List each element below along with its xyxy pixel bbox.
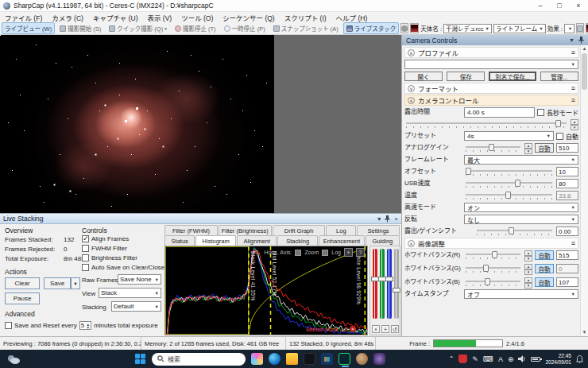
blue-channel-slider[interactable] <box>387 249 392 319</box>
astro-app-icon[interactable] <box>304 353 315 365</box>
colorful-app-icon[interactable] <box>251 353 263 365</box>
exposure-input[interactable]: 4.00 s <box>464 107 535 118</box>
align-frames-checkbox[interactable]: Align Frames <box>82 235 129 242</box>
network-icon[interactable]: ⊕ <box>508 355 514 363</box>
battery-icon[interactable] <box>531 357 540 362</box>
auto-stretch-icon[interactable]: ⚡ <box>344 248 353 257</box>
exposure-slider[interactable] <box>404 118 568 130</box>
tab-filter-fwhm[interactable]: Filter (FWHM) <box>164 225 218 235</box>
stop-capture-button[interactable]: 撮影停止 (T) <box>172 22 219 34</box>
section-menu-icon[interactable]: ≡ <box>571 239 575 247</box>
stretch-reset-icon[interactable]: × <box>350 326 356 332</box>
log-checkbox[interactable] <box>322 250 328 256</box>
wb-r-value[interactable]: 515 <box>556 250 578 260</box>
sharpcap-icon[interactable] <box>338 353 350 365</box>
live-stacking-titlebar[interactable]: Live Stacking ▾ × <box>0 214 401 224</box>
antivirus-shield-icon[interactable] <box>458 354 467 363</box>
reset-icon[interactable]: ↺ <box>391 325 399 333</box>
close-button[interactable]: × <box>569 0 588 11</box>
gain-value[interactable]: 510 <box>556 143 578 153</box>
section-menu-icon[interactable]: ≡ <box>571 96 575 104</box>
tab-stacking[interactable]: Stacking <box>277 235 318 246</box>
blue-slider-thumb[interactable] <box>385 277 393 281</box>
start-capture-button[interactable]: 撮影開始 (S) <box>56 22 104 34</box>
panel-menu-icon[interactable]: ▼ <box>569 37 574 43</box>
live-view-button[interactable]: ライブビュー (W) <box>2 22 55 34</box>
green-channel-slider[interactable] <box>380 249 385 319</box>
image-adjust-section-header[interactable]: ∧ 画像調整 ≡ <box>404 238 578 249</box>
help-icon[interactable]: ? <box>356 248 365 257</box>
preset-select[interactable]: 4s▼ <box>464 131 554 141</box>
section-menu-icon[interactable]: ≡ <box>571 84 575 92</box>
wb-g-slider[interactable] <box>464 263 522 274</box>
save-button[interactable]: Save <box>44 277 71 289</box>
stacking-select[interactable]: Default▼ <box>111 301 161 312</box>
exposure-gain-shift-slider[interactable] <box>475 226 554 237</box>
fine-adjust-icon[interactable]: + <box>381 325 389 333</box>
effects-select[interactable]: ▼ <box>564 24 574 33</box>
luma-slider-thumb[interactable] <box>393 288 400 292</box>
start-button[interactable] <box>135 354 146 365</box>
maximize-button[interactable]: □ <box>550 0 569 11</box>
profile-save-button[interactable]: 保存 <box>447 72 485 81</box>
pause-button[interactable]: 一時停止 (P) <box>221 22 269 34</box>
live-stack-button[interactable]: ライブスタック <box>343 22 400 34</box>
clock[interactable]: 22:452024/09/01 <box>545 353 571 366</box>
gain-auto-button[interactable]: 自動 <box>535 143 554 153</box>
object-name-select[interactable]: 干潟レデュrcc▼ <box>443 24 492 33</box>
histogram-plot[interactable]: Horiz. Axis: Zoom Log ⚡ ? Black Level 41… <box>164 246 368 335</box>
scroll-up-icon[interactable]: ▲ <box>581 45 588 52</box>
menu-sequencer[interactable]: シーケンサー (Q) <box>218 13 279 22</box>
notification-bell-icon[interactable] <box>576 355 583 363</box>
clear-button[interactable]: Clear <box>5 277 40 289</box>
auto-stretch-icon[interactable]: ⚡ <box>372 325 380 333</box>
menu-script[interactable]: スクリプト (I) <box>280 13 331 22</box>
view-select[interactable]: Stack▼ <box>99 288 161 298</box>
raw-frames-select[interactable]: Save None▼ <box>118 274 161 285</box>
tab-log[interactable]: Log <box>326 225 356 235</box>
red-channel-slider[interactable] <box>373 249 377 319</box>
gain-stepper[interactable]: ▲▼ <box>524 143 532 153</box>
camera-controls-header[interactable]: Camera Controls ▼ <box>402 35 588 45</box>
keyboard-icon[interactable]: ⌨ <box>483 355 493 363</box>
menu-capture[interactable]: キャプチャ (U) <box>88 13 143 22</box>
search-input[interactable]: 検索 <box>152 353 246 366</box>
tab-status[interactable]: Status <box>164 235 195 246</box>
quick-capture-button[interactable]: クイック撮影 (Q)▾ <box>106 22 170 34</box>
wb-g-stepper[interactable]: ▲▼ <box>524 264 532 274</box>
gain-slider[interactable] <box>464 142 522 153</box>
store-icon[interactable] <box>321 353 333 365</box>
tab-alignment[interactable]: Alignment <box>237 235 277 246</box>
profile-open-button[interactable]: 開く <box>404 72 443 81</box>
tab-filter-brightness[interactable]: Filter (Brightness) <box>219 225 272 235</box>
framerate-select[interactable]: 最大▼ <box>464 155 578 165</box>
tab-settings[interactable]: Settings <box>357 225 400 235</box>
weather-icon[interactable] <box>6 354 21 365</box>
usb-speed-value[interactable]: 80 <box>556 179 578 188</box>
wb-g-value[interactable]: 0 <box>556 264 578 273</box>
tab-guiding[interactable]: Guiding <box>366 235 400 246</box>
zoom-checkbox[interactable] <box>295 250 301 256</box>
colour-space-button[interactable] <box>400 23 408 33</box>
wb-b-auto-button[interactable]: 自動 <box>535 277 554 287</box>
file-explorer-icon[interactable] <box>286 353 298 365</box>
scrollbar-thumb[interactable] <box>582 53 587 90</box>
save-reset-checkbox[interactable]: Save and Reset every 5▲▼ minutes total e… <box>5 321 158 330</box>
offset-value[interactable]: 10 <box>556 167 578 176</box>
wb-r-auto-button[interactable]: 自動 <box>535 250 554 260</box>
preset-auto-checkbox[interactable]: 自動 <box>556 132 578 141</box>
minimize-button[interactable]: – <box>531 0 550 11</box>
camera-control-section-header[interactable]: ∧ カメラコントロール ≡ <box>404 95 578 106</box>
menu-help[interactable]: ヘルプ (H) <box>331 13 373 22</box>
tab-histogram[interactable]: Histogram <box>195 235 236 246</box>
scroll-down-icon[interactable]: ▼ <box>581 329 588 336</box>
exposure-gain-shift-value[interactable]: 0.00 <box>556 227 578 236</box>
offset-slider[interactable] <box>464 166 554 177</box>
menu-file[interactable]: ファイル (F) <box>0 13 47 22</box>
section-menu-icon[interactable]: ≡ <box>571 48 575 56</box>
brightness-filter-checkbox[interactable]: Brightness Filter <box>82 254 137 261</box>
menu-camera[interactable]: カメラ (C) <box>47 13 88 22</box>
save-dropdown-button[interactable]: ▼ <box>71 277 80 289</box>
tray-expand-icon[interactable]: ⌃ <box>449 355 455 362</box>
stellarium-icon[interactable] <box>373 353 385 365</box>
